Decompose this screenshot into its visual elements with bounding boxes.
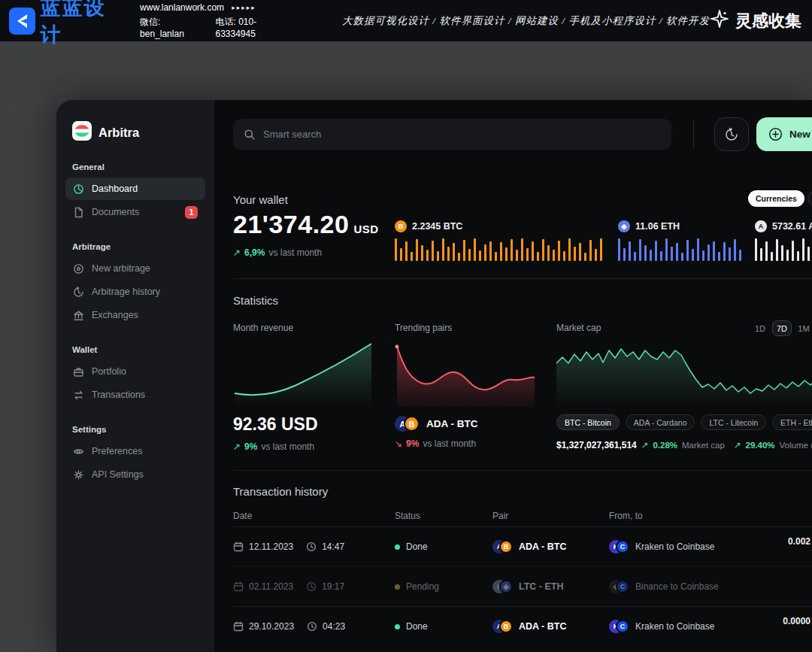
coinbase-icon: C — [616, 540, 629, 553]
sidebar-item-api-settings[interactable]: API Settings — [65, 463, 205, 486]
sidebar-item-label: New arbitrage — [92, 263, 150, 274]
phone-contact: 电话: 010-63334945 — [216, 16, 294, 39]
sidebar-item-exchanges[interactable]: Exchanges — [65, 304, 205, 326]
history-button[interactable] — [714, 117, 749, 151]
statistics-section-title: Statistics — [233, 294, 278, 307]
inspiration-collect-link[interactable]: 灵感收集 — [710, 9, 801, 33]
holding-ada[interactable]: A5732.61 ADA — [755, 220, 812, 261]
market-cap-card: Market cap 1D 7D 1M BTC - Bitcoin ADA - … — [556, 323, 812, 450]
wallet-holdings: B2.2345 BTC ◆11.06 ETH A5732.61 ADA — [395, 220, 812, 261]
route-cell: ◆ C Binance to Coinbase — [609, 580, 812, 593]
trend-up-icon: ↗ — [734, 440, 741, 450]
table-row[interactable]: 12.11.2023 14:47 Done A B ADA - BTC — [233, 526, 812, 566]
search-box[interactable] — [233, 119, 671, 150]
documents-badge: 1 — [185, 206, 198, 219]
briefcase-icon — [73, 366, 84, 378]
ada-icon: A — [755, 220, 767, 232]
date-cell: 12.11.2023 14:47 — [233, 541, 395, 552]
holding-btc[interactable]: B2.2345 BTC — [395, 220, 607, 261]
ada-bars-chart — [755, 238, 812, 261]
wechat-contact: 微信: ben_lanlan — [140, 16, 205, 39]
screenshot-root: 蓝蓝设计 www.lanlanwork.com ▸▸▸▸▸ 微信: ben_la… — [0, 0, 812, 652]
eth-icon: ◆ — [499, 580, 513, 593]
dashboard-icon — [73, 183, 84, 195]
calendar-icon — [233, 541, 244, 552]
bank-icon — [73, 310, 84, 321]
banner-contact: www.lanlanwork.com ▸▸▸▸▸ 微信: ben_lanlan … — [140, 2, 294, 39]
trending-pair: A B ADA - BTC — [395, 416, 535, 432]
range-7d[interactable]: 7D — [772, 320, 792, 336]
pill-btc[interactable]: BTC - Bitcoin — [556, 414, 620, 430]
sidebar-item-label: Dashboard — [92, 183, 138, 194]
trend-down-icon: ↘ — [395, 438, 402, 449]
divider — [233, 470, 812, 471]
market-cap-value: $1,327,027,361,514 — [556, 440, 637, 450]
section-title-general: General — [72, 162, 214, 171]
wallet-section-title: Your wallet — [233, 193, 288, 206]
sidebar-item-arbitrage-history[interactable]: Arbitrage history — [65, 281, 205, 303]
trending-pairs-card: Trending pairs A B ADA - BTC — [395, 323, 535, 449]
status-cell: Done — [395, 541, 492, 552]
balance-currency: USD — [353, 223, 378, 235]
eye-icon — [73, 446, 84, 457]
tab-currencies[interactable]: Currencies — [748, 190, 804, 207]
col-from-to: From, to — [609, 511, 812, 521]
holding-eth[interactable]: ◆11.06 ETH — [618, 220, 744, 261]
site-logo[interactable]: 蓝蓝设计 — [9, 0, 125, 48]
calendar-icon — [233, 581, 244, 592]
month-revenue-value: 92.36 USD — [233, 414, 374, 435]
date-cell: 29.10.2023 04:23 — [233, 621, 395, 632]
wallet-tabs: Currencies E — [748, 190, 812, 207]
month-revenue-delta: ↗ 9% vs last month — [233, 441, 374, 452]
clock-icon — [307, 621, 317, 632]
sidebar-item-dashboard[interactable]: Dashboard — [65, 177, 205, 200]
search-input[interactable] — [263, 129, 661, 140]
sidebar-item-documents[interactable]: Documents 1 — [65, 201, 205, 223]
pair-cell: A B ADA - BTC — [492, 540, 609, 553]
history-restore-icon — [724, 127, 739, 142]
sidebar-item-label: Arbitrage history — [92, 287, 160, 297]
transactions-table: 12.11.2023 14:47 Done A B ADA - BTC — [233, 526, 812, 646]
table-row[interactable]: 29.10.2023 04:23 Done A B ADA - BTC — [233, 606, 812, 646]
site-url[interactable]: www.lanlanwork.com — [140, 2, 224, 13]
route-cell: K C Kraken to Coinbase — [609, 540, 812, 553]
document-icon — [73, 207, 84, 218]
sidebar-item-label: Preferences — [92, 446, 142, 456]
app-logo[interactable]: Arbitra — [72, 121, 214, 144]
month-revenue-card: Month revenue 92.36 USD ↗ 9% vs last mon… — [233, 323, 374, 452]
pill-eth[interactable]: ETH - Ethereu — [772, 414, 812, 430]
section-title-settings: Settings — [72, 425, 214, 434]
sidebar-item-portfolio[interactable]: Portfolio — [65, 360, 205, 383]
sidebar-item-label: Exchanges — [92, 310, 138, 320]
status-dot — [395, 624, 400, 629]
new-arbitrage-button[interactable]: New a — [756, 117, 812, 151]
pair-cell: A B ADA - BTC — [492, 620, 609, 633]
sidebar-item-transactions[interactable]: Transactions — [65, 384, 205, 406]
pill-ltc[interactable]: LTC - Litecoin — [701, 414, 766, 430]
arrows-icon: ▸▸▸▸▸ — [232, 4, 256, 11]
sidebar-item-new-arbitrage[interactable]: New arbitrage — [65, 257, 205, 280]
gear-icon — [73, 469, 84, 481]
pill-ada[interactable]: ADA - Cardano — [626, 414, 695, 430]
btc-icon: B — [395, 220, 407, 232]
section-title-wallet: Wallet — [72, 345, 214, 354]
month-revenue-chart — [233, 341, 374, 407]
btc-bars-chart — [395, 238, 607, 261]
clock-icon — [306, 581, 317, 592]
sidebar-item-preferences[interactable]: Preferences — [65, 440, 205, 462]
services-list: 大数据可视化设计 / 软件界面设计 / 网站建设 / 手机及小程序设计 / 软件… — [342, 14, 710, 28]
range-1m[interactable]: 1M — [794, 320, 812, 336]
btc-icon: B — [499, 620, 513, 633]
search-icon — [244, 129, 256, 141]
tab-exchanges[interactable]: E — [807, 190, 812, 207]
dashboard-app: Arbitra General Dashboard Documents 1 Ar… — [56, 100, 812, 652]
range-1d[interactable]: 1D — [750, 320, 770, 336]
trend-up-icon: ↗ — [233, 441, 241, 452]
coinbase-icon: C — [616, 580, 629, 593]
btc-icon: B — [404, 416, 420, 432]
table-row[interactable]: 02.11.2023 19:17 Pending Ł ◆ LTC - ETH — [233, 566, 812, 606]
coin-pills: BTC - Bitcoin ADA - Cardano LTC - Liteco… — [556, 414, 812, 430]
trend-up-icon: ↗ — [641, 440, 649, 450]
sidebar-item-label: Portfolio — [92, 366, 126, 377]
amount-cell: 0.002 — [788, 536, 810, 547]
